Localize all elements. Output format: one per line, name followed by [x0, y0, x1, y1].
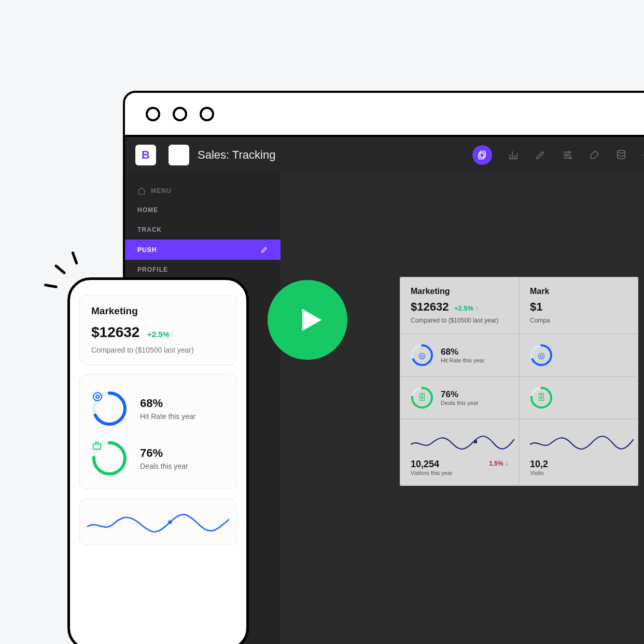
- window-dot[interactable]: [146, 107, 160, 121]
- hitrate-label: Hit Rate this year: [140, 412, 195, 421]
- page-title: Sales: Tracking: [198, 148, 275, 162]
- phone-marketing-card: Marketing $12632 +2.5%↑ Compared to ($10…: [79, 295, 237, 365]
- svg-point-18: [93, 393, 102, 401]
- svg-rect-22: [93, 444, 101, 449]
- sliders-icon[interactable]: [562, 149, 573, 161]
- pencil-icon[interactable]: [535, 149, 546, 161]
- app-header: B Sales: Tracking: [125, 137, 644, 173]
- app-logo[interactable]: B: [135, 145, 156, 165]
- canvas[interactable]: Marketing $12632 +2.5% ↑ Compared to ($1…: [281, 173, 644, 644]
- card-amount: $12632: [91, 324, 139, 341]
- visitors-sparkline: [87, 507, 229, 538]
- pages-icon[interactable]: [472, 145, 492, 165]
- target-icon: [91, 390, 128, 427]
- window-dot[interactable]: [200, 107, 214, 121]
- preview-deals-row: 🗄 76% Deals this year: [400, 376, 519, 419]
- deals-row: 76% Deals this year: [91, 440, 225, 477]
- preview-hitrate-row: ◎ 68% Hit Rate this year: [400, 334, 519, 376]
- svg-point-5: [618, 150, 625, 153]
- svg-point-2: [568, 151, 570, 153]
- play-icon: [295, 305, 324, 334]
- delta-up: +2.5%↑: [147, 330, 173, 339]
- database-icon[interactable]: [615, 149, 627, 161]
- preview-visitors-card: 1.5% ↓ 10,254 Visitors this year: [400, 419, 519, 486]
- pencil-icon[interactable]: [260, 246, 268, 254]
- home-icon: [137, 187, 146, 195]
- preview-panel: Marketing $12632 +2.5% ↑ Compared to ($1…: [400, 277, 638, 486]
- brush-icon[interactable]: [589, 149, 600, 161]
- svg-rect-0: [480, 151, 485, 158]
- hitrate-value: 68%: [140, 397, 195, 410]
- menu-header: MENU: [125, 181, 281, 200]
- phone-stats-card: 68% Hit Rate this year 76% Deals this ye…: [79, 374, 237, 489]
- card-subtitle: Compared to ($10500 last year): [91, 346, 225, 354]
- play-button[interactable]: [268, 280, 347, 360]
- svg-point-23: [168, 520, 172, 524]
- chart-icon[interactable]: [508, 149, 519, 161]
- card-title: Marketing: [91, 305, 225, 317]
- toolbar: [472, 145, 644, 165]
- browser-tab-bar: [125, 93, 644, 137]
- window-dot[interactable]: [173, 107, 187, 121]
- deals-value: 76%: [140, 446, 188, 460]
- briefcase-icon: [91, 440, 128, 477]
- preview-marketing-card: Marketing $12632 +2.5% ↑ Compared to ($1…: [400, 277, 519, 334]
- deals-label: Deals this year: [140, 462, 188, 470]
- target-icon: ◎: [411, 344, 433, 367]
- sidebar-item-track[interactable]: TRACK: [125, 220, 281, 240]
- briefcase-icon: 🗄: [411, 386, 433, 409]
- svg-point-3: [565, 154, 567, 156]
- phone-frame: Marketing $12632 +2.5%↑ Compared to ($10…: [67, 277, 249, 644]
- phone-chart-card: [79, 499, 237, 545]
- visitors-sparkline: [411, 429, 514, 455]
- hitrate-row: 68% Hit Rate this year: [91, 390, 225, 427]
- project-thumb[interactable]: [169, 145, 189, 165]
- sidebar-item-home[interactable]: HOME: [125, 200, 281, 220]
- svg-rect-1: [479, 153, 484, 159]
- svg-point-19: [96, 395, 99, 398]
- sidebar-item-profile[interactable]: PROFILE: [125, 260, 281, 279]
- sidebar-item-push[interactable]: PUSH: [125, 240, 281, 260]
- svg-rect-11: [474, 440, 477, 443]
